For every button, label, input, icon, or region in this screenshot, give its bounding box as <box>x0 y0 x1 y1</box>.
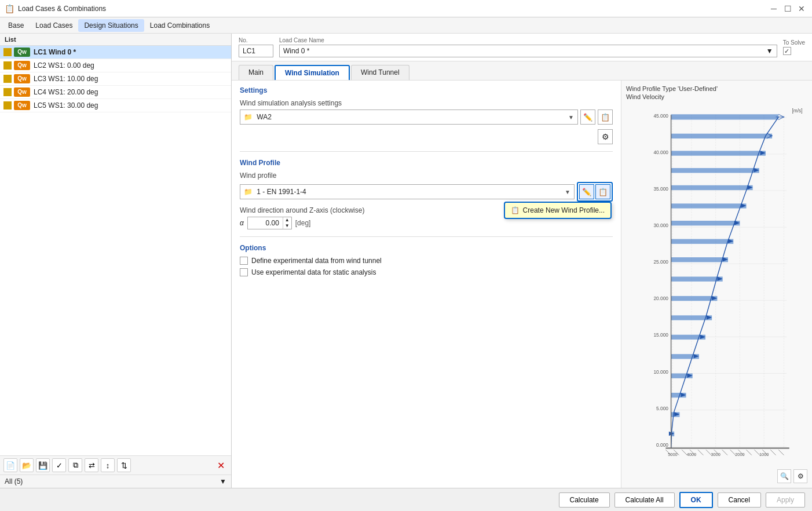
list-dropdown-arrow[interactable]: ▼ <box>220 477 226 486</box>
chart-toolbar: 🔍 ⚙ <box>626 467 807 483</box>
settings-header: Settings <box>240 86 613 96</box>
svg-line-33 <box>778 114 784 117</box>
wind-profile-label: Wind profile <box>240 171 613 180</box>
new-wind-profile-button[interactable]: 📋 <box>595 184 610 199</box>
alpha-unit: [deg] <box>295 219 311 227</box>
wind-profile-dropdown-wrap: 📁 1 - EN 1991-1-4 ▼ ✏️ 📋 📋 <box>240 182 613 202</box>
alpha-value: 0.00 <box>248 218 283 228</box>
svg-rect-41 <box>671 168 759 173</box>
item-color-square <box>3 88 12 96</box>
sort2-button[interactable]: ⇅ <box>117 458 131 472</box>
name-field-group: Load Case Name Wind 0 * ▼ <box>279 37 777 57</box>
svg-line-87 <box>770 450 776 455</box>
item-color-square <box>3 75 12 83</box>
analysis-label: Wind simulation analysis settings <box>240 99 613 107</box>
menu-load-combinations[interactable]: Load Combinations <box>144 19 215 32</box>
duplicate-button[interactable]: ⧉ <box>68 458 82 472</box>
sort-button[interactable]: ↕ <box>101 458 115 472</box>
chart-zoom-button[interactable]: 🔍 <box>777 469 791 483</box>
new-item-button[interactable]: 📄 <box>3 458 17 472</box>
new-analysis-button[interactable]: 📋 <box>598 110 613 125</box>
analysis-dropdown-icon: ▼ <box>568 114 574 121</box>
renumber-button[interactable]: ⇄ <box>85 458 98 472</box>
open-item-button[interactable]: 📂 <box>20 458 34 472</box>
wind-profile-dropdown-icon: ▼ <box>565 189 570 195</box>
svg-text:[m/s]: [m/s] <box>792 108 802 114</box>
svg-line-84 <box>747 450 752 455</box>
create-wind-profile-tooltip[interactable]: 📋 Create New Wind Profile... <box>504 202 612 219</box>
list-item[interactable]: Qw LC4 WS1: 20.00 deg <box>0 86 231 99</box>
minimize-button[interactable]: ─ <box>768 3 780 14</box>
spinbox-up-arrow[interactable]: ▲ <box>283 217 291 223</box>
delete-button[interactable]: ✕ <box>214 458 228 472</box>
svg-text:40.000: 40.000 <box>653 149 668 155</box>
item-badge: Qw <box>14 87 30 97</box>
option-1-label: Define experimental data from wind tunne… <box>251 257 382 265</box>
menu-load-cases[interactable]: Load Cases <box>30 19 78 32</box>
spinbox-down-arrow[interactable]: ▼ <box>283 223 291 229</box>
svg-text:20.000: 20.000 <box>653 295 668 301</box>
wind-profile-dropdown[interactable]: 📁 1 - EN 1991-1-4 ▼ <box>240 184 575 199</box>
svg-rect-44 <box>671 221 740 225</box>
item-label: LC1 Wind 0 * <box>34 48 76 56</box>
svg-line-34 <box>778 117 784 120</box>
wind-profile-action-box: ✏️ 📋 📋 Create New Wind Profile... <box>577 182 613 202</box>
cancel-button[interactable]: Cancel <box>718 492 761 508</box>
item-label: LC2 WS1: 0.00 deg <box>34 61 94 70</box>
tabs-row: Main Wind Simulation Wind Tunnel <box>232 61 812 81</box>
left-panel: List Qw LC1 Wind 0 * Qw LC2 WS1: 0.00 de… <box>0 34 232 488</box>
calculate-all-button[interactable]: Calculate All <box>615 492 675 508</box>
item-label: LC3 WS1: 10.00 deg <box>34 75 98 83</box>
svg-rect-40 <box>671 151 766 155</box>
option-2: Use experimental data for static analysi… <box>240 268 613 276</box>
settings-btn-row: ⚙ <box>240 129 613 144</box>
menu-design-situations[interactable]: Design Situations <box>78 19 144 32</box>
analysis-dropdown-row: 📁 WA2 ▼ ✏️ 📋 <box>240 110 613 125</box>
case-name-value[interactable]: Wind 0 * ▼ <box>279 45 777 57</box>
to-solve-checkbox-row: ✓ <box>783 47 791 55</box>
save-item-button[interactable]: 💾 <box>36 458 50 472</box>
wind-profile-header: Wind Profile <box>240 159 613 168</box>
section-divider-2 <box>240 236 613 237</box>
item-color-square <box>3 101 12 110</box>
svg-line-81 <box>722 450 727 455</box>
item-badge: Qw <box>14 61 30 70</box>
svg-text:5000: 5000 <box>668 452 677 457</box>
maximize-button[interactable]: ☐ <box>782 3 793 14</box>
check-button[interactable]: ✓ <box>52 458 66 472</box>
tab-main[interactable]: Main <box>239 65 273 80</box>
spinbox-arrows: ▲ ▼ <box>283 217 291 229</box>
list-item[interactable]: Qw LC1 Wind 0 * <box>0 46 231 59</box>
apply-button[interactable]: Apply <box>766 492 805 508</box>
case-name-dropdown-icon: ▼ <box>766 47 773 55</box>
tab-wind-tunnel[interactable]: Wind Tunnel <box>351 65 409 80</box>
item-color-square <box>3 48 12 56</box>
no-value[interactable]: LC1 <box>239 45 273 57</box>
analysis-dropdown[interactable]: 📁 WA2 ▼ <box>240 110 578 125</box>
svg-line-78 <box>698 450 703 455</box>
close-button[interactable]: ✕ <box>796 3 807 14</box>
to-solve-checkbox[interactable]: ✓ <box>783 47 791 55</box>
option-2-checkbox[interactable] <box>240 268 248 276</box>
option-1-checkbox[interactable] <box>240 257 248 265</box>
edit-analysis-button[interactable]: ✏️ <box>580 110 595 125</box>
list-item[interactable]: Qw LC2 WS1: 0.00 deg <box>0 59 231 72</box>
svg-text:0.000: 0.000 <box>656 442 668 448</box>
menu-base[interactable]: Base <box>2 19 30 32</box>
alpha-spinbox[interactable]: 0.00 ▲ ▼ <box>247 217 292 229</box>
chart-settings-button[interactable]: ⚙ <box>793 469 807 483</box>
option-2-label: Use experimental data for static analysi… <box>251 268 376 276</box>
main-layout: List Qw LC1 Wind 0 * Qw LC2 WS1: 0.00 de… <box>0 34 812 488</box>
case-info-row: No. LC1 Load Case Name Wind 0 * ▼ To Sol… <box>232 34 812 61</box>
list-item[interactable]: Qw LC5 WS1: 30.00 deg <box>0 99 231 112</box>
svg-text:35.000: 35.000 <box>653 186 668 192</box>
no-field-group: No. LC1 <box>239 37 273 57</box>
settings-more-button[interactable]: ⚙ <box>598 129 613 144</box>
edit-wind-profile-button[interactable]: ✏️ <box>579 184 594 199</box>
calculate-button[interactable]: Calculate <box>559 492 610 508</box>
list-item[interactable]: Qw LC3 WS1: 10.00 deg <box>0 72 231 86</box>
ok-button[interactable]: OK <box>679 492 713 508</box>
list-toolbar: 📄 📂 💾 ✓ ⧉ ⇄ ↕ ⇅ ✕ <box>0 455 231 475</box>
title-bar: 📋 Load Cases & Combinations ─ ☐ ✕ <box>0 0 812 17</box>
tab-wind-simulation[interactable]: Wind Simulation <box>275 65 350 80</box>
